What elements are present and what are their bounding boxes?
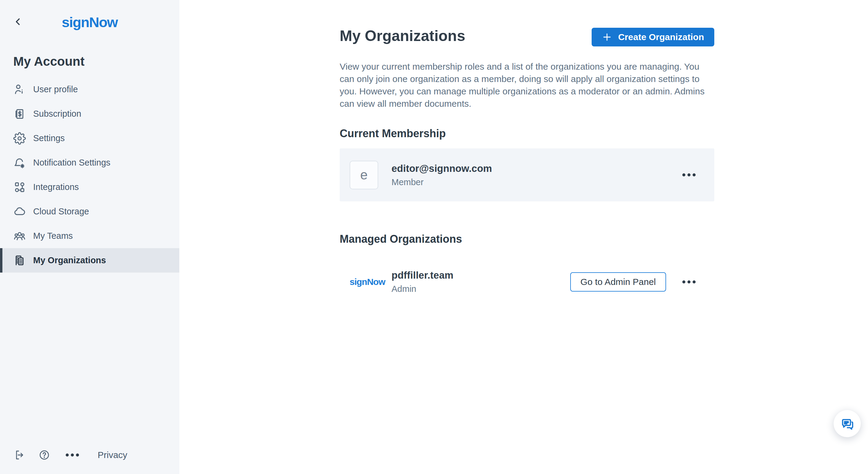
ellipsis-icon — [682, 280, 685, 284]
sidebar-item-label: Subscription — [33, 109, 82, 119]
current-membership-heading: Current Membership — [340, 127, 714, 140]
sidebar-item-label: User profile — [33, 84, 78, 94]
sidebar-item-label: Settings — [33, 133, 65, 143]
go-to-admin-panel-button[interactable]: Go to Admin Panel — [570, 272, 666, 292]
membership-card: e editor@signnow.com Member — [340, 148, 714, 201]
logout-button[interactable] — [14, 449, 25, 461]
organization-logo: signNow — [350, 277, 378, 287]
organization-options-button[interactable] — [680, 278, 698, 286]
sidebar-item-settings[interactable]: Settings — [0, 126, 179, 150]
organization-row: signNow pdffiller.team Admin Go to Admin… — [340, 270, 714, 294]
account-heading: My Account — [13, 54, 179, 69]
sidebar-item-cloud-storage[interactable]: Cloud Storage — [0, 199, 179, 224]
sidebar-item-label: My Teams — [33, 231, 73, 241]
sidebar-item-notification-settings[interactable]: Notification Settings — [0, 150, 179, 175]
sidebar-item-my-teams[interactable]: My Teams — [0, 224, 179, 248]
bell-gear-icon — [13, 156, 26, 169]
sidebar-footer: Privacy — [0, 449, 179, 474]
plus-icon — [602, 32, 612, 42]
sidebar-item-user-profile[interactable]: User profile — [0, 77, 179, 101]
cloud-icon — [13, 205, 26, 218]
sidebar-item-label: Notification Settings — [33, 158, 110, 168]
chat-icon — [840, 417, 854, 431]
avatar: e — [350, 161, 378, 189]
gear-icon — [13, 132, 26, 145]
page-description: View your current membership roles and a… — [340, 60, 714, 110]
help-button[interactable] — [38, 449, 50, 461]
logout-icon — [14, 449, 25, 461]
organization-name: pdffiller.team — [392, 270, 453, 281]
organizations-buildings-icon — [13, 254, 26, 267]
sidebar-item-my-organizations[interactable]: My Organizations — [0, 248, 179, 273]
sidebar-nav: User profile Subscription Settings — [0, 77, 179, 273]
sidebar: signNow My Account User profile — [0, 0, 179, 474]
sidebar-item-integrations[interactable]: Integrations — [0, 175, 179, 199]
member-role: Member — [392, 177, 492, 187]
question-circle-icon — [38, 449, 50, 461]
more-options-button[interactable] — [63, 451, 82, 459]
people-group-icon — [13, 230, 26, 242]
ellipsis-icon — [682, 173, 685, 176]
privacy-link[interactable]: Privacy — [98, 450, 127, 460]
member-email: editor@signnow.com — [392, 163, 492, 174]
organization-role: Admin — [392, 284, 453, 294]
create-organization-label: Create Organization — [618, 32, 704, 42]
membership-options-button[interactable] — [680, 171, 698, 179]
signnow-logo: signNow — [0, 14, 179, 30]
sidebar-item-subscription[interactable]: Subscription — [0, 101, 179, 126]
create-organization-button[interactable]: Create Organization — [592, 28, 714, 47]
main-content: My Organizations Create Organization Vie… — [179, 0, 868, 474]
sidebar-header: signNow — [0, 0, 179, 33]
integrations-icon — [13, 181, 26, 194]
sidebar-item-label: Integrations — [33, 182, 79, 192]
subscription-icon — [13, 108, 26, 120]
page-title: My Organizations — [340, 28, 465, 44]
managed-organizations-heading: Managed Organizations — [340, 233, 714, 245]
sidebar-item-label: My Organizations — [33, 256, 106, 265]
chat-support-button[interactable] — [834, 410, 861, 437]
ellipsis-icon — [66, 453, 69, 456]
sidebar-item-label: Cloud Storage — [33, 207, 89, 216]
user-profile-icon — [13, 83, 26, 96]
